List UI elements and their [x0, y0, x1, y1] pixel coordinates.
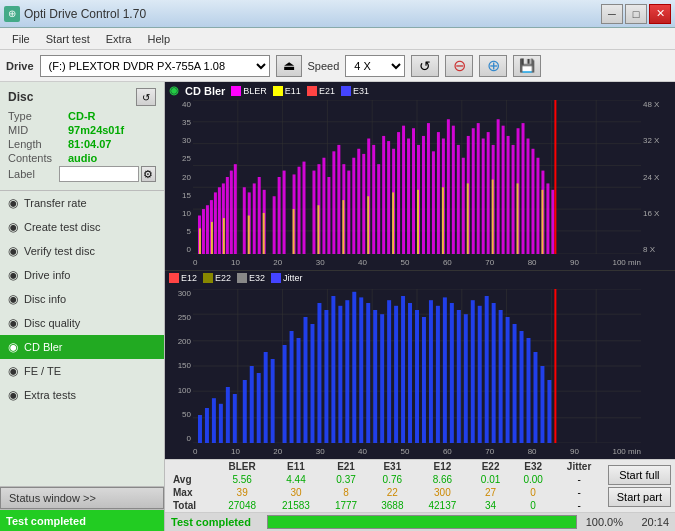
chart2: E12 E22 E32 Jitter — [165, 271, 675, 459]
svg-rect-140 — [345, 300, 349, 443]
nav-label-drive-info: Drive info — [24, 269, 70, 281]
maximize-button[interactable]: □ — [625, 4, 647, 24]
menubar: File Start test Extra Help — [0, 28, 675, 50]
start-part-button[interactable]: Start part — [608, 487, 671, 507]
nav-label-extra-tests: Extra tests — [24, 389, 76, 401]
disc-refresh-button[interactable]: ↺ — [136, 88, 156, 106]
app-icon: ⊕ — [4, 6, 20, 22]
svg-rect-56 — [402, 126, 405, 254]
sidebar-item-extra-tests[interactable]: ◉ Extra tests — [0, 383, 164, 407]
speed-label: Speed — [308, 60, 340, 72]
svg-rect-40 — [322, 158, 325, 254]
eject-button[interactable]: ⏏ — [276, 55, 302, 77]
stats-area: BLER E11 E21 E31 E12 E22 E32 Jitter — [165, 459, 675, 531]
stats-avg-jitter: - — [554, 473, 603, 486]
svg-rect-147 — [394, 306, 398, 443]
svg-rect-139 — [338, 306, 342, 443]
speed-select[interactable]: 4 X — [345, 55, 405, 77]
svg-rect-47 — [357, 149, 360, 254]
svg-rect-26 — [234, 164, 237, 254]
svg-rect-33 — [278, 177, 281, 254]
sidebar-item-cd-bler[interactable]: ◉ CD Bler — [0, 335, 164, 359]
nav-icon-verify-test-disc: ◉ — [8, 244, 18, 258]
svg-rect-163 — [506, 317, 510, 443]
erase-button[interactable]: ⊖ — [445, 55, 473, 77]
svg-rect-168 — [540, 366, 544, 443]
svg-rect-98 — [442, 187, 444, 254]
svg-rect-166 — [527, 338, 531, 443]
stats-avg-e32: 0.00 — [512, 473, 555, 486]
svg-rect-133 — [297, 338, 301, 443]
speed-refresh-button[interactable]: ↺ — [411, 55, 439, 77]
menu-extra[interactable]: Extra — [98, 31, 140, 47]
svg-rect-150 — [415, 310, 419, 443]
svg-rect-32 — [273, 196, 276, 254]
svg-rect-82 — [531, 149, 534, 254]
svg-rect-41 — [327, 177, 330, 254]
sidebar-item-drive-info[interactable]: ◉ Drive info — [0, 263, 164, 287]
menu-help[interactable]: Help — [139, 31, 178, 47]
legend-e12-label: E12 — [181, 273, 197, 283]
svg-rect-156 — [457, 310, 461, 443]
nav-label-fe-te: FE / TE — [24, 365, 61, 377]
action-buttons: Start full Start part — [604, 460, 675, 512]
drivebar: Drive (F:) PLEXTOR DVDR PX-755A 1.08 ⏏ S… — [0, 50, 675, 82]
sidebar-item-create-test-disc[interactable]: ◉ Create test disc — [0, 215, 164, 239]
nav-icon-extra-tests: ◉ — [8, 388, 18, 402]
sidebar-item-fe-te[interactable]: ◉ FE / TE — [0, 359, 164, 383]
stats-max-e21: 8 — [323, 486, 369, 499]
svg-rect-80 — [522, 123, 525, 254]
nav-label-disc-info: Disc info — [24, 293, 66, 305]
svg-rect-134 — [304, 317, 308, 443]
start-full-button[interactable]: Start full — [608, 465, 671, 485]
stats-header-e32: E32 — [512, 460, 555, 473]
close-button[interactable]: ✕ — [649, 4, 671, 24]
drive-select[interactable]: (F:) PLEXTOR DVDR PX-755A 1.08 — [40, 55, 270, 77]
chart1-svg — [193, 100, 641, 254]
chart1-legend-bler: BLER — [231, 86, 267, 96]
stats-label-avg: Avg — [165, 473, 215, 486]
svg-rect-165 — [520, 331, 524, 443]
svg-rect-132 — [290, 331, 294, 443]
table-row-total: Total 27048 21583 1777 3688 42137 34 0 - — [165, 499, 604, 512]
sidebar-item-transfer-rate[interactable]: ◉ Transfer rate — [0, 191, 164, 215]
menu-file[interactable]: File — [4, 31, 38, 47]
menu-start-test[interactable]: Start test — [38, 31, 98, 47]
minimize-button[interactable]: ─ — [601, 4, 623, 24]
disc-contents-label: Contents — [8, 152, 68, 164]
svg-rect-27 — [243, 187, 246, 254]
svg-rect-145 — [380, 314, 384, 443]
stats-header-e21: E21 — [323, 460, 369, 473]
burn-button[interactable]: ⊕ — [479, 55, 507, 77]
progress-label: Test completed — [171, 516, 261, 528]
svg-rect-92 — [293, 209, 295, 254]
svg-rect-50 — [372, 145, 375, 254]
stats-max-e31: 22 — [369, 486, 415, 499]
svg-rect-164 — [513, 324, 517, 443]
save-button[interactable]: 💾 — [513, 55, 541, 77]
disc-label-gear[interactable]: ⚙ — [141, 166, 156, 182]
nav-icon-disc-quality: ◉ — [8, 316, 18, 330]
titlebar: ⊕ Opti Drive Control 1.70 ─ □ ✕ — [0, 0, 675, 28]
chart1-xaxis: 0 10 20 30 40 50 60 70 80 90 100 min — [193, 254, 641, 270]
svg-rect-90 — [248, 216, 250, 255]
svg-rect-130 — [271, 359, 275, 443]
sidebar-item-disc-quality[interactable]: ◉ Disc quality — [0, 311, 164, 335]
stats-total-e12: 42137 — [415, 499, 469, 512]
sidebar-item-disc-info[interactable]: ◉ Disc info — [0, 287, 164, 311]
nav-icon-cd-bler: ◉ — [8, 340, 18, 354]
svg-rect-22 — [218, 187, 221, 254]
legend-e31-label: E31 — [353, 86, 369, 96]
status-window-button[interactable]: Status window >> — [0, 487, 164, 509]
legend-bler-box — [231, 86, 241, 96]
sidebar: Disc ↺ Type CD-R MID 97m24s01f Length 81… — [0, 82, 165, 531]
progress-row: Test completed 100.0% 20:14 — [165, 512, 675, 531]
disc-label-input[interactable] — [59, 166, 139, 182]
chart1-title: CD Bler — [185, 85, 225, 97]
sidebar-item-verify-test-disc[interactable]: ◉ Verify test disc — [0, 239, 164, 263]
stats-max-e12: 300 — [415, 486, 469, 499]
disc-length-label: Length — [8, 138, 68, 150]
svg-rect-157 — [464, 314, 468, 443]
stats-max-e22: 27 — [469, 486, 512, 499]
svg-rect-67 — [457, 145, 460, 254]
